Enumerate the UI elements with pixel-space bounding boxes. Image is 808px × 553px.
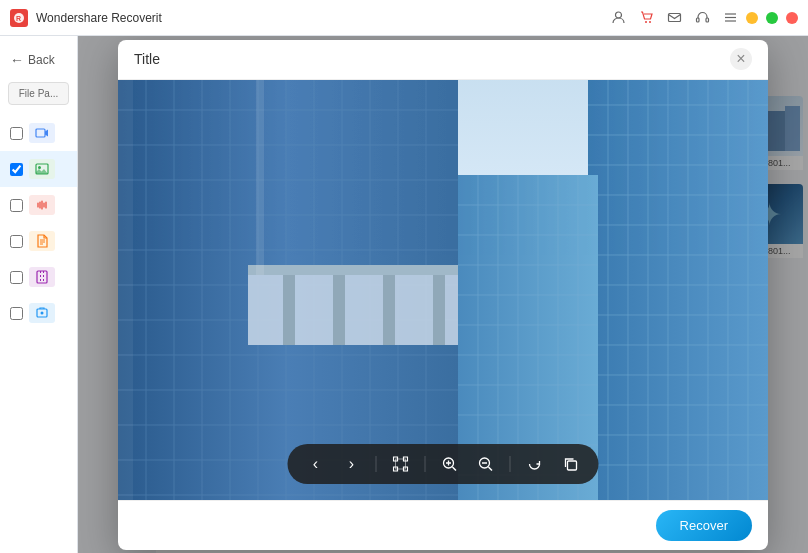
sidebar-item-image[interactable] — [0, 151, 77, 187]
menu-icon[interactable] — [722, 10, 738, 26]
doc-checkbox[interactable] — [10, 235, 23, 248]
video-checkbox[interactable] — [10, 127, 23, 140]
minimize-button[interactable]: ─ — [746, 12, 758, 24]
user-icon[interactable] — [610, 10, 626, 26]
prev-button[interactable]: ‹ — [304, 452, 328, 476]
back-label: Back — [28, 53, 55, 67]
fullscreen-button[interactable] — [389, 452, 413, 476]
svg-rect-92 — [383, 275, 395, 345]
modal-header: Title × — [118, 40, 768, 80]
sidebar-item-video[interactable] — [0, 115, 77, 151]
cart-icon[interactable] — [638, 10, 654, 26]
other-icon — [29, 303, 55, 323]
main-area: ← Back File Pa... — [0, 36, 808, 553]
headset-icon[interactable] — [694, 10, 710, 26]
svg-rect-7 — [706, 18, 709, 22]
rotate-button[interactable] — [523, 452, 547, 476]
other-checkbox[interactable] — [10, 307, 23, 320]
title-bar-icons — [610, 10, 738, 26]
svg-point-4 — [649, 21, 651, 23]
content-area: 293080801... ✦ 293080801... — [78, 36, 808, 553]
app-window: R Wondershare Recoverit ─ □ × — [0, 0, 808, 553]
image-icon — [29, 159, 55, 179]
svg-point-21 — [41, 312, 44, 315]
copy-button[interactable] — [559, 452, 583, 476]
doc-icon — [29, 231, 55, 251]
next-button[interactable]: › — [340, 452, 364, 476]
maximize-button[interactable]: □ — [766, 12, 778, 24]
svg-rect-122 — [568, 461, 577, 470]
modal-bottom: Recover — [118, 500, 768, 550]
svg-rect-93 — [433, 275, 445, 345]
modal-recover-button[interactable]: Recover — [656, 510, 752, 541]
svg-rect-113 — [256, 80, 264, 275]
zip-checkbox[interactable] — [10, 271, 23, 284]
sidebar-item-doc[interactable] — [0, 223, 77, 259]
sidebar-item-other[interactable] — [0, 295, 77, 331]
svg-text:R: R — [16, 15, 21, 22]
app-logo: R — [10, 9, 28, 27]
modal-image-area: ‹ › — [118, 80, 768, 500]
zoom-in-button[interactable] — [438, 452, 462, 476]
sidebar: ← Back File Pa... — [0, 36, 78, 553]
zip-icon — [29, 267, 55, 287]
modal-title: Title — [134, 51, 730, 67]
svg-rect-5 — [668, 14, 680, 22]
preview-modal: Title × — [118, 40, 768, 550]
svg-point-13 — [38, 166, 41, 169]
back-button[interactable]: ← Back — [0, 46, 77, 74]
svg-rect-6 — [696, 18, 699, 22]
svg-rect-91 — [333, 275, 345, 345]
sidebar-item-audio[interactable] — [0, 187, 77, 223]
svg-point-2 — [615, 12, 621, 18]
svg-rect-90 — [283, 275, 295, 345]
sidebar-item-zip[interactable] — [0, 259, 77, 295]
svg-rect-17 — [37, 271, 47, 283]
svg-line-118 — [453, 467, 457, 471]
mail-icon[interactable] — [666, 10, 682, 26]
toolbar-divider-1 — [376, 456, 377, 472]
back-arrow-icon: ← — [10, 52, 24, 68]
svg-line-121 — [489, 467, 493, 471]
svg-point-3 — [645, 21, 647, 23]
audio-icon — [29, 195, 55, 215]
modal-toolbar: ‹ › — [288, 444, 599, 484]
video-icon — [29, 123, 55, 143]
zoom-out-button[interactable] — [474, 452, 498, 476]
close-button[interactable]: × — [786, 12, 798, 24]
svg-rect-42 — [588, 80, 768, 500]
file-path-button[interactable]: File Pa... — [8, 82, 69, 105]
image-checkbox[interactable] — [10, 163, 23, 176]
svg-rect-112 — [118, 80, 133, 500]
building-image — [118, 80, 768, 500]
app-title: Wondershare Recoverit — [36, 11, 610, 25]
modal-overlay: Title × — [78, 36, 808, 553]
modal-close-button[interactable]: × — [730, 48, 752, 70]
svg-rect-11 — [36, 129, 45, 137]
toolbar-divider-3 — [510, 456, 511, 472]
toolbar-divider-2 — [425, 456, 426, 472]
audio-checkbox[interactable] — [10, 199, 23, 212]
window-controls: ─ □ × — [746, 12, 798, 24]
title-bar: R Wondershare Recoverit ─ □ × — [0, 0, 808, 36]
